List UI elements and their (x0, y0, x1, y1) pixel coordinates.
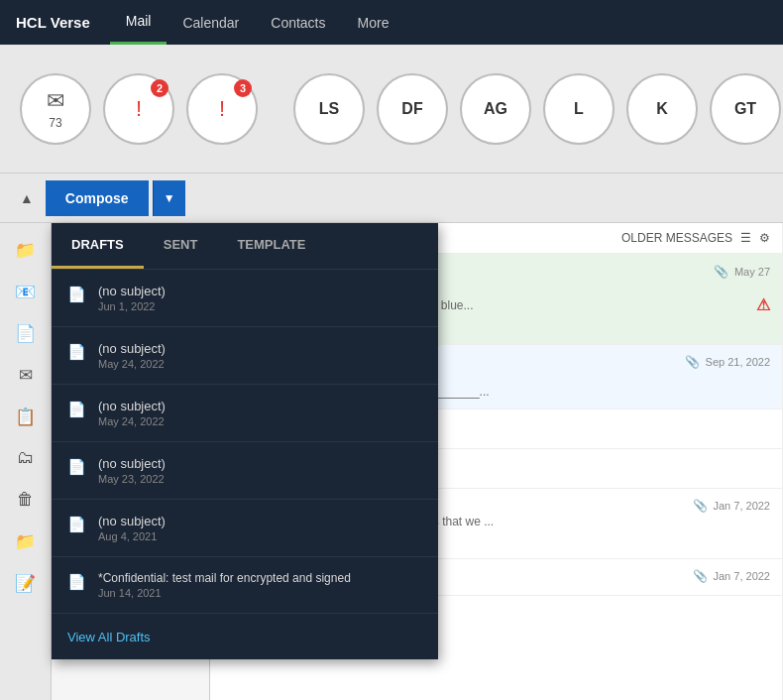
alert2-avatar[interactable]: ! 3 (186, 73, 258, 145)
attachment-icon-2: 📎 (685, 355, 700, 369)
nav-item-calendar[interactable]: Calendar (167, 0, 255, 45)
urgent-icon-1: ⚠ (756, 295, 770, 314)
avatar-df[interactable]: DF (377, 73, 448, 145)
compose-button[interactable]: Compose (46, 180, 149, 216)
draft-item-1[interactable]: 📄 (no subject) Jun 1, 2022 (52, 270, 438, 327)
avatar-l[interactable]: L (543, 73, 615, 145)
sidebar-item-sent[interactable]: ✉ (7, 356, 45, 394)
main-layout: 📁 📧 📄 ✉ 📋 🗂 🗑 📁 📝 Fold... OLDER MESSAGES… (0, 223, 783, 700)
view-all-drafts-link[interactable]: View All Drafts (67, 630, 151, 644)
brand-logo: HCL Verse (16, 14, 90, 31)
alert1-avatar[interactable]: ! 2 (103, 73, 174, 145)
draft-icon-3: 📄 (67, 401, 86, 418)
draft-content-3: (no subject) May 24, 2022 (98, 399, 166, 427)
alert2-icon: ! (219, 96, 225, 122)
compose-dropdown-panel: DRAFTS SENT TEMPLATE 📄 (no subject) Jun … (52, 223, 438, 659)
sidebar-item-trash[interactable]: 🗑 (7, 481, 45, 519)
avatar-ag[interactable]: AG (460, 73, 531, 145)
alert1-badge: 2 (151, 79, 168, 97)
toolbar: ▲ Compose ▼ (0, 174, 783, 223)
draft-icon-4: 📄 (67, 458, 86, 476)
nav-item-mail[interactable]: Mail (110, 0, 168, 45)
sidebar-item-folder2[interactable]: 📁 (7, 523, 45, 560)
alert1-icon: ! (136, 96, 142, 122)
sent-icon: ✉ (19, 365, 33, 386)
email-date-6: Jan 7, 2022 (714, 570, 771, 582)
attachment-icon-1: 📎 (714, 265, 728, 279)
attachment-icon-6: 📎 (693, 569, 708, 583)
draft-content-1: (no subject) Jun 1, 2022 (98, 284, 166, 312)
sidebar-item-all[interactable]: 📋 (7, 398, 45, 435)
draft-item-4[interactable]: 📄 (no subject) May 23, 2022 (52, 442, 438, 500)
collapse-button[interactable]: ▲ (12, 184, 42, 212)
tab-drafts[interactable]: DRAFTS (52, 223, 144, 269)
tab-sent[interactable]: SENT (144, 223, 218, 269)
email-date-1: May 27 (734, 266, 770, 278)
nav-item-contacts[interactable]: Contacts (255, 0, 341, 45)
attachment-icon-5: 📎 (693, 499, 708, 513)
draft-item-6[interactable]: 📄 *Confidential: test mail for encrypted… (52, 557, 438, 614)
dropdown-footer: View All Drafts (52, 614, 438, 659)
sidebar-item-note[interactable]: 📝 (7, 564, 45, 602)
draft-icon-5: 📄 (67, 516, 86, 533)
inbox-count: 73 (49, 116, 61, 130)
draft-content-2: (no subject) May 24, 2022 (98, 341, 166, 370)
draft-content-6: *Confidential: test mail for encrypted a… (98, 571, 351, 599)
compose-dropdown-button[interactable]: ▼ (153, 180, 185, 216)
avatar-gt[interactable]: GT (710, 73, 781, 145)
nav-item-more[interactable]: More (342, 0, 405, 45)
sidebar-item-junk[interactable]: 🗂 (7, 439, 45, 477)
tab-template[interactable]: TEMPLATE (217, 223, 325, 269)
draft-icon-1: 📄 (67, 286, 86, 303)
draft-item-2[interactable]: 📄 (no subject) May 24, 2022 (52, 327, 438, 385)
top-nav: HCL Verse Mail Calendar Contacts More (0, 0, 783, 45)
inbox-avatar[interactable]: ✉ 73 (20, 73, 91, 145)
avatar-ls[interactable]: LS (293, 73, 365, 145)
inbox-icon: ✉ (47, 88, 64, 114)
email-date-2: Sep 21, 2022 (706, 356, 770, 368)
draft-icon-6: 📄 (67, 573, 86, 591)
avatar-bar: ✉ 73 ! 2 ! 3 LS DF AG L K GT (0, 45, 783, 174)
draft-item-5[interactable]: 📄 (no subject) Aug 4, 2021 (52, 500, 438, 557)
settings-icon[interactable]: ⚙ (759, 231, 770, 245)
sidebar: 📁 📧 📄 ✉ 📋 🗂 🗑 📁 📝 (0, 223, 52, 700)
draft-content-5: (no subject) Aug 4, 2021 (98, 514, 166, 542)
alert2-badge: 3 (234, 79, 252, 97)
sidebar-item-folder[interactable]: 📁 (7, 231, 45, 269)
email-date-5: Jan 7, 2022 (714, 500, 771, 512)
avatar-k[interactable]: K (626, 73, 698, 145)
sidebar-item-draft[interactable]: 📄 (7, 314, 45, 352)
sidebar-item-mail[interactable]: 📧 (7, 273, 45, 310)
dropdown-tabs: DRAFTS SENT TEMPLATE (52, 223, 438, 270)
filter-icon[interactable]: ☰ (740, 231, 751, 245)
draft-item-3[interactable]: 📄 (no subject) May 24, 2022 (52, 385, 438, 442)
older-messages-label: OLDER MESSAGES (621, 231, 732, 245)
draft-icon-2: 📄 (67, 343, 86, 361)
draft-content-4: (no subject) May 23, 2022 (98, 456, 166, 485)
